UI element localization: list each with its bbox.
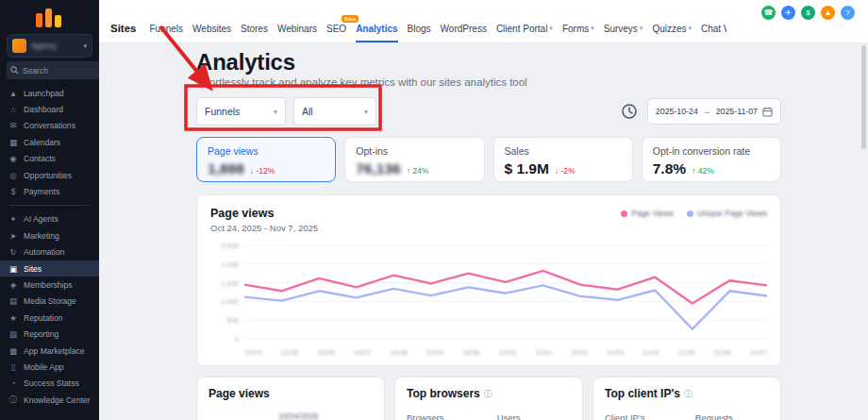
- workspace-name: Agency: [31, 42, 57, 50]
- x-axis-tick-label: 11/04: [643, 348, 659, 357]
- topbar-phone[interactable]: ☎: [761, 6, 776, 20]
- top-client-ips-card: Top client IP's ⓘ Client IP's Requests: [593, 377, 781, 420]
- sidebar-item-automation[interactable]: ↻ Automation: [0, 244, 99, 260]
- x-axis-tick-label: 10/29: [426, 348, 444, 357]
- sidebar-item-calendars[interactable]: ▦ Calendars: [0, 134, 99, 150]
- funnel-type-value: Funnels: [205, 106, 240, 117]
- topbar-payments[interactable]: $: [801, 6, 815, 20]
- tab-websites[interactable]: Websites: [192, 14, 231, 42]
- sidebar-primary-nav: ▲ Launchpad ⌂ Dashboard ✉ Conversations …: [0, 85, 99, 200]
- sidebar-item-conversations[interactable]: ✉ Conversations: [0, 118, 99, 134]
- pageviews-chart-plot: [244, 241, 767, 346]
- card-title: Page views: [209, 387, 270, 400]
- metric-card-sales[interactable]: Sales $ 1.9M ↓ -2%: [493, 137, 633, 182]
- metric-card-opt-ins[interactable]: Opt-ins 76,136 ↑ 24%: [344, 137, 484, 182]
- tab-wordpress[interactable]: WordPress: [441, 14, 487, 42]
- sidebar-item-icon: ◔: [8, 378, 18, 388]
- card-title: Top browsers: [407, 387, 480, 400]
- metric-card-opt-in-conversion-rate[interactable]: Opt-in conversion rate 7.8% ↑ 42%: [642, 137, 781, 182]
- search-input[interactable]: [23, 66, 99, 76]
- tab-forms[interactable]: Forms ▾: [562, 14, 594, 42]
- sidebar-item-success-statss[interactable]: ◔ Success Statss: [0, 376, 99, 392]
- sidebar-item-sites[interactable]: ▣ Sites: [0, 260, 99, 277]
- workspace-switcher[interactable]: Agency ▾: [7, 34, 92, 58]
- sidebar-item-label: Opportunities: [24, 171, 72, 180]
- sidebar-item-memberships[interactable]: ◈ Memberships: [0, 277, 99, 293]
- sites-nav: Sites Funnels Websites Stores: [110, 14, 726, 42]
- tab-webinars[interactable]: Webinars: [277, 14, 317, 42]
- date-range-picker[interactable]: 2025-10-24 → 2025-11-07: [647, 98, 781, 125]
- metric-change-badge: ↓ -2%: [555, 166, 576, 176]
- y-axis-tick-label: 2,500: [221, 242, 239, 250]
- pageviews-chart-card: Page views Oct 24, 2025 - Nov 7, 2025 Pa…: [196, 194, 781, 366]
- legend-page-views[interactable]: Page Views: [621, 209, 674, 218]
- sidebar-item-icon: ▧: [8, 329, 18, 339]
- sidebar-item-mobile-app[interactable]: ▯ Mobile App: [0, 359, 99, 375]
- sidebar-item-icon: ▯: [8, 362, 18, 372]
- tab-stores[interactable]: Stores: [241, 14, 268, 42]
- tab-label: Websites: [192, 24, 231, 34]
- sidebar-item-contacts[interactable]: ◉ Contacts: [0, 151, 99, 167]
- topbar-help[interactable]: ?: [841, 6, 855, 20]
- section-label: Sites: [110, 23, 137, 34]
- x-axis-tick-label: 11/01: [535, 348, 552, 357]
- sidebar-item-launchpad[interactable]: ▲ Launchpad: [0, 85, 99, 101]
- topbar-connect[interactable]: ✈: [781, 6, 795, 20]
- history-clock-button[interactable]: [619, 101, 640, 122]
- sidebar-item-label: AI Agents: [24, 214, 58, 224]
- tab-seo[interactable]: SEO Beta: [326, 14, 346, 42]
- sidebar-divider: [9, 205, 90, 206]
- sidebar-item-app-marketplace[interactable]: ▩ App Marketplace: [0, 343, 99, 359]
- tab-analytics[interactable]: Analytics: [356, 14, 397, 42]
- metric-change-value: 24%: [412, 166, 428, 176]
- y-axis-tick-label: 0: [235, 335, 239, 344]
- sidebar-item-knowledge-center[interactable]: ⓘ Knowledge Center: [0, 392, 99, 408]
- metric-label: Page views: [208, 145, 325, 157]
- topbar-alerts[interactable]: ▲: [821, 6, 835, 20]
- sidebar-item-icon: ▩: [8, 346, 18, 356]
- y-axis-tick-label: 1,500: [221, 279, 239, 288]
- metric-label: Sales: [505, 145, 622, 157]
- sidebar-item-payments[interactable]: $ Payments: [0, 183, 99, 199]
- sidebar-item-dashboard[interactable]: ⌂ Dashboard: [0, 101, 99, 117]
- tab-blogs[interactable]: Blogs: [408, 14, 431, 42]
- sidebar-item-label: Success Statss: [24, 378, 79, 388]
- info-icon[interactable]: ⓘ: [684, 388, 693, 400]
- chevron-down-icon: ▾: [591, 25, 594, 32]
- tab-chat-widget[interactable]: Chat Widget: [701, 14, 726, 42]
- quick-action-glyph: ✈: [785, 8, 792, 17]
- tab-funnels[interactable]: Funnels: [150, 14, 184, 42]
- tab-quizzes[interactable]: Quizzes ▾: [652, 14, 692, 42]
- tab-client-portal[interactable]: Client Portal ▾: [496, 14, 553, 42]
- highlevel-logo[interactable]: [0, 0, 99, 32]
- pageviews-table-card: Page views 10/24/2025: [196, 377, 385, 420]
- sidebar-item-opportunities[interactable]: ◎ Opportunities: [0, 167, 99, 183]
- metric-card-page-views[interactable]: Page views 1,898 ↓ -12%: [196, 137, 336, 182]
- tab-surveys[interactable]: Surveys ▾: [604, 14, 643, 42]
- sidebar-item-label: Marketing: [24, 231, 59, 241]
- legend-unique-page-views[interactable]: Unique Page Views: [687, 209, 767, 218]
- sidebar-item-reputation[interactable]: ★ Reputation: [0, 310, 99, 326]
- sidebar-item-icon: ◈: [8, 280, 18, 290]
- sidebar-item-media-storage[interactable]: ▤ Media Storage: [0, 294, 99, 310]
- legend-dot: [621, 210, 627, 217]
- quick-action-glyph: ▲: [825, 8, 832, 17]
- sidebar-item-icon: ↻: [8, 247, 18, 257]
- funnel-type-select[interactable]: Funnels ▾: [196, 97, 286, 126]
- funnel-item-select[interactable]: All ▾: [293, 97, 376, 126]
- sidebar-item-marketing[interactable]: ➤ Marketing: [0, 227, 99, 244]
- info-icon[interactable]: ⓘ: [484, 388, 492, 400]
- tab-label: Analytics: [356, 24, 397, 34]
- column-header-client-ips: Client IP's: [605, 412, 695, 420]
- page-title: Analytics: [196, 51, 781, 74]
- quick-action-glyph: ?: [845, 8, 849, 17]
- sidebar-item-label: Payments: [24, 187, 59, 196]
- vertical-scrollbar[interactable]: [861, 45, 866, 149]
- y-axis-tick-label: 2,000: [221, 260, 239, 269]
- sidebar-item-reporting[interactable]: ▧ Reporting: [0, 326, 99, 342]
- sidebar-search[interactable]: ⌘K: [7, 61, 99, 79]
- sidebar-item-ai-agents[interactable]: ✦ AI Agents: [0, 211, 99, 227]
- sidebar-item-icon: ◎: [8, 171, 18, 180]
- quick-action-glyph: $: [806, 8, 810, 17]
- page-subtitle: Effortlessly track and analyze key metri…: [196, 76, 781, 88]
